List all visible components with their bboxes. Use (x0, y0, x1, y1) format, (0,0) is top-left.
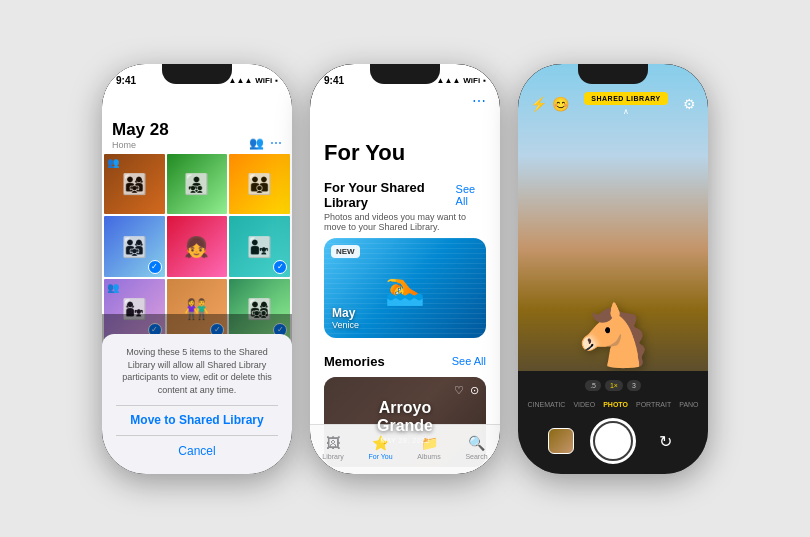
move-to-shared-button[interactable]: Move to Shared Library (116, 405, 278, 435)
shared-badge-1: 👥 (107, 157, 119, 168)
battery-icon-2: ▪ (483, 76, 486, 85)
modal-overlay: Moving these 5 items to the Shared Libra… (102, 314, 292, 474)
horse-scene: 🐴 (518, 156, 708, 371)
phone-1-photos: 9:41 ▲▲▲ WiFi ▪ May 28 Home 👥 ⋯ (102, 64, 292, 474)
zoom-1x[interactable]: 1× (605, 380, 623, 391)
photo-cell-2[interactable]: 👨‍👧‍👦 (167, 154, 228, 215)
time-2: 9:41 (324, 75, 344, 86)
wifi-icon-1: WiFi (255, 76, 272, 85)
mode-pano[interactable]: PANO (679, 401, 698, 408)
mode-portrait[interactable]: PORTRAIT (636, 401, 671, 408)
flip-camera-button[interactable]: ↻ (652, 428, 678, 454)
heart-icon[interactable]: ♡ (454, 384, 464, 397)
photo-content-4: 👨‍👩‍👧 (122, 235, 147, 259)
signal-icon-2: ▲▲▲ (437, 76, 461, 85)
camera-top-left: ⚡ 😊 (530, 96, 569, 112)
more-icon-1[interactable]: ⋯ (270, 136, 282, 150)
notch-1 (162, 64, 232, 84)
status-icons-1: ▲▲▲ WiFi ▪ (229, 76, 278, 85)
photo-content-3: 👪 (247, 172, 272, 196)
flash-icon[interactable]: ⚡ (530, 96, 547, 112)
ellipsis-icon[interactable]: ⊙ (470, 384, 479, 397)
camera-shutter-area: ↻ (518, 418, 708, 464)
phone-3-camera: 🐴 ⚡ 😊 SHARED LIBRARY ∧ ⚙ .5 (518, 64, 708, 474)
zoom-0-5x[interactable]: .5 (585, 380, 601, 391)
photo-thumbnail-preview[interactable] (548, 428, 574, 454)
photo-cell-5[interactable]: 👧 (167, 216, 228, 277)
flip-icon: ↻ (659, 432, 672, 451)
for-you-title: For You (310, 112, 500, 174)
new-badge: NEW (331, 245, 360, 258)
notch-2 (370, 64, 440, 84)
check-badge-4: ✓ (148, 260, 162, 274)
mode-photo[interactable]: PHOTO (603, 401, 628, 408)
shared-section-title: For Your Shared Library (324, 180, 456, 210)
battery-icon-1: ▪ (275, 76, 278, 85)
photo-bg-5: 👧 (167, 216, 228, 277)
albums-tab-label: Albums (417, 453, 440, 460)
search-tab-label: Search (465, 453, 487, 460)
memories-card-title: Arroyo Grande (377, 399, 433, 434)
shared-library-badge: SHARED LIBRARY (584, 92, 667, 105)
photo-bg-3: 👪 (229, 154, 290, 215)
face-detection-icon[interactable]: 😊 (552, 96, 569, 112)
check-badge-6: ✓ (273, 260, 287, 274)
tab-library[interactable]: 🖼 Library (322, 435, 343, 460)
modal-sheet: Moving these 5 items to the Shared Libra… (102, 334, 292, 473)
photos-header: May 28 Home 👥 ⋯ (102, 92, 292, 154)
photo-cell-6[interactable]: 👨‍👧 ✓ (229, 216, 290, 277)
more-icon-2[interactable]: ⋯ (472, 93, 486, 109)
shutter-inner (595, 423, 631, 459)
photo-cell-4[interactable]: 👨‍👩‍👧 ✓ (104, 216, 165, 277)
chevron-up-icon[interactable]: ∧ (623, 107, 629, 116)
camera-bottom-controls: .5 1× 3 CINEMATIC VIDEO PHOTO PORTRAIT P… (518, 371, 708, 474)
photos-location: Home (112, 140, 169, 150)
shared-library-card[interactable]: 🏊 NEW May Venice (324, 238, 486, 338)
photos-header-actions[interactable]: 👥 ⋯ (249, 136, 282, 150)
memories-see-all[interactable]: See All (452, 355, 486, 367)
shared-section-subtitle: Photos and videos you may want to move t… (310, 212, 500, 238)
signal-icon-1: ▲▲▲ (229, 76, 253, 85)
mode-video[interactable]: VIDEO (573, 401, 595, 408)
mode-cinematic[interactable]: CINEMATIC (527, 401, 565, 408)
for-you-tab-label: For You (368, 453, 392, 460)
shared-library-section-header: For Your Shared Library See All (310, 174, 500, 212)
horse-rider-emoji: 🐴 (576, 300, 651, 371)
photo-cell-1[interactable]: 👨‍👩‍👧 👥 (104, 154, 165, 215)
tab-search[interactable]: 🔍 Search (465, 435, 487, 460)
status-icons-2: ▲▲▲ WiFi ▪ (437, 76, 486, 85)
photo-content-6: 👨‍👧 (247, 235, 272, 259)
shared-see-all[interactable]: See All (456, 183, 486, 207)
wifi-icon-2: WiFi (463, 76, 480, 85)
time-1: 9:41 (116, 75, 136, 86)
zoom-3x[interactable]: 3 (627, 380, 641, 391)
camera-mode-selector: CINEMATIC VIDEO PHOTO PORTRAIT PANO (527, 401, 698, 408)
photo-content-1: 👨‍👩‍👧 (122, 172, 147, 196)
camera-settings-icon[interactable]: ⚙ (683, 96, 696, 112)
memories-card-date: MAY 28, 2022 (380, 437, 430, 444)
card-label: May Venice (332, 306, 359, 330)
photo-cell-3[interactable]: 👪 (229, 154, 290, 215)
cancel-button[interactable]: Cancel (116, 436, 278, 466)
photo-grid: 👨‍👩‍👧 👥 👨‍👧‍👦 👪 👨‍👩‍👧 (102, 154, 292, 340)
modal-description: Moving these 5 items to the Shared Libra… (116, 346, 278, 396)
photo-content-2: 👨‍👧‍👦 (184, 172, 209, 196)
card-label-sub: Venice (332, 320, 359, 330)
photo-bg-2: 👨‍👧‍👦 (167, 154, 228, 215)
memories-section-header: Memories See All (310, 348, 500, 371)
pool-emoji: 🏊 (385, 269, 425, 307)
card-label-main: May (332, 306, 359, 320)
photos-date: May 28 (112, 120, 169, 140)
photo-content-5: 👧 (184, 235, 209, 259)
library-tab-label: Library (322, 453, 343, 460)
library-tab-icon: 🖼 (326, 435, 340, 451)
phone-2-for-you: 9:41 ▲▲▲ WiFi ▪ ⋯ For You For Your Share… (310, 64, 500, 474)
memories-title: Memories (324, 354, 385, 369)
zoom-controls: .5 1× 3 (585, 380, 641, 391)
people-icon[interactable]: 👥 (249, 136, 264, 150)
shared-badge-7: 👥 (107, 282, 119, 293)
notch-3 (578, 64, 648, 84)
memories-action-icons: ♡ ⊙ (454, 384, 479, 397)
search-tab-icon: 🔍 (468, 435, 485, 451)
shutter-button[interactable] (590, 418, 636, 464)
